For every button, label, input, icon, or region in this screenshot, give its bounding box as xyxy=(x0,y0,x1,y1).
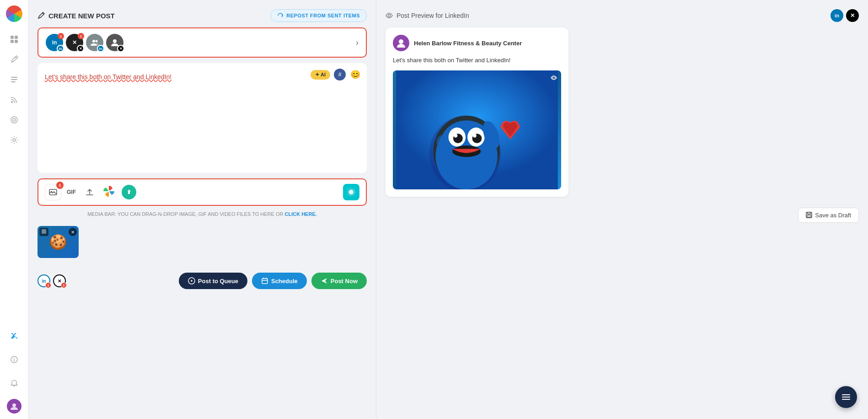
svg-rect-4 xyxy=(11,77,17,78)
upload-button[interactable] xyxy=(81,184,98,200)
svg-rect-6 xyxy=(11,81,16,82)
sidebar-item-dashboard[interactable] xyxy=(6,31,22,48)
pinwheel-button[interactable] xyxy=(102,185,117,199)
preview-card-header: Helen Barlow Fitness & Beauty Center xyxy=(393,35,561,51)
media-bar-left: 1 GIF xyxy=(45,184,136,200)
svg-point-18 xyxy=(108,190,110,192)
svg-rect-46 xyxy=(807,215,811,217)
preview-title: Post Preview for LinkedIn xyxy=(386,12,469,19)
svg-rect-3 xyxy=(15,40,18,43)
svg-point-44 xyxy=(553,76,555,79)
svg-rect-5 xyxy=(11,79,17,80)
media-thumbnail-1: 🍪 ✕ xyxy=(38,226,79,258)
gif-button[interactable]: GIF xyxy=(66,187,77,197)
account-selector[interactable]: in 1 in ✕ 1 ✕ xyxy=(38,27,367,58)
svg-rect-2 xyxy=(11,40,14,43)
preview-panel: Post Preview for LinkedIn in ✕ Helen Bar… xyxy=(376,0,868,419)
account-group[interactable]: ✕ xyxy=(106,34,123,51)
media-preview-area: 🍪 ✕ xyxy=(38,222,367,262)
svg-rect-1 xyxy=(15,36,18,39)
account-twitter-1[interactable]: ✕ 1 ✕ xyxy=(66,34,83,51)
svg-point-24 xyxy=(388,15,391,17)
media-thumb-badge xyxy=(39,228,48,236)
media-hint: MEDIA BAR: YOU CAN DRAG-N-DROP IMAGE, GI… xyxy=(38,211,367,217)
create-post-panel: CREATE NEW POST REPOST FROM SENT ITEMS i… xyxy=(28,0,376,419)
sidebar-item-notifications[interactable] xyxy=(6,375,22,392)
svg-point-12 xyxy=(12,403,16,407)
repost-button[interactable]: REPOST FROM SENT ITEMS xyxy=(270,9,367,22)
svg-rect-21 xyxy=(42,229,46,234)
svg-rect-0 xyxy=(11,36,14,39)
sidebar xyxy=(0,0,28,419)
preview-header: Post Preview for LinkedIn in ✕ xyxy=(386,9,859,22)
accounts-expand-icon[interactable]: › xyxy=(356,38,359,48)
ai-button[interactable]: ✦ AI xyxy=(311,70,330,80)
preview-account-name: Helen Barlow Fitness & Beauty Center xyxy=(414,40,522,47)
svg-point-10 xyxy=(13,139,16,141)
preview-twitter-badge[interactable]: ✕ xyxy=(846,9,859,22)
preview-card: Helen Barlow Fitness & Beauty Center Let… xyxy=(386,27,568,197)
panel-header: CREATE NEW POST REPOST FROM SENT ITEMS xyxy=(38,9,367,22)
bottom-linkedin-chip[interactable]: in 1 xyxy=(38,274,50,287)
app-logo[interactable] xyxy=(6,5,22,22)
save-draft-label: Save as Draft xyxy=(815,212,851,219)
hashtag-button[interactable]: # xyxy=(334,69,346,81)
svg-point-8 xyxy=(11,117,17,123)
account-avatars-list: in 1 in ✕ 1 ✕ xyxy=(46,34,123,51)
svg-point-15 xyxy=(113,39,117,43)
post-to-queue-button[interactable]: Post to Queue xyxy=(179,273,247,289)
svg-point-25 xyxy=(399,39,403,44)
svg-point-41 xyxy=(473,134,477,137)
click-here-link[interactable]: CLICK HERE. xyxy=(285,211,317,217)
account-linkedin-1[interactable]: in 1 in xyxy=(46,34,63,51)
svg-point-20 xyxy=(349,190,354,194)
canva-button[interactable] xyxy=(343,184,359,200)
editor-toolbar: ✦ AI # 😊 xyxy=(311,69,361,81)
emoji-button[interactable]: 😊 xyxy=(349,69,361,81)
sidebar-item-twitter[interactable] xyxy=(6,328,22,344)
remove-media-button[interactable]: ✕ xyxy=(69,228,77,236)
account-linkedin-2[interactable]: in xyxy=(86,34,103,51)
sidebar-item-analytics[interactable] xyxy=(6,112,22,128)
bottom-twitter-chip[interactable]: ✕ 1 xyxy=(53,274,66,287)
sidebar-item-content[interactable] xyxy=(6,71,22,88)
fab-button[interactable] xyxy=(835,386,857,408)
action-buttons: Post to Queue Schedule Post Now xyxy=(179,273,367,289)
preview-image-eye-icon xyxy=(550,74,557,83)
text-editor[interactable]: ✦ AI # 😊 Let's share this both on Twitte… xyxy=(38,63,367,173)
image-upload-button[interactable]: 1 xyxy=(45,184,61,200)
sidebar-item-info[interactable] xyxy=(6,351,22,368)
boost-button[interactable] xyxy=(122,185,136,199)
svg-rect-23 xyxy=(262,279,268,284)
panel-title: CREATE NEW POST xyxy=(38,12,115,20)
user-avatar[interactable] xyxy=(7,399,21,414)
sidebar-item-settings[interactable] xyxy=(6,132,22,148)
main-content: CREATE NEW POST REPOST FROM SENT ITEMS i… xyxy=(28,0,868,419)
media-bar: 1 GIF xyxy=(38,178,367,206)
preview-account-avatar xyxy=(393,35,409,51)
preview-post-image xyxy=(393,70,561,189)
svg-point-9 xyxy=(13,118,16,121)
bottom-accounts: in 1 ✕ 1 xyxy=(38,274,66,287)
sidebar-item-feed[interactable] xyxy=(6,91,22,108)
preview-platform-badges: in ✕ xyxy=(830,9,859,22)
schedule-button[interactable]: Schedule xyxy=(252,273,307,289)
svg-point-14 xyxy=(96,40,98,43)
svg-point-7 xyxy=(11,101,13,103)
svg-point-13 xyxy=(92,40,95,43)
post-now-button[interactable]: Post Now xyxy=(311,273,367,289)
svg-point-40 xyxy=(454,134,457,137)
page-title: CREATE NEW POST xyxy=(48,12,115,20)
preview-linkedin-badge[interactable]: in xyxy=(830,9,843,22)
sidebar-item-compose[interactable] xyxy=(6,51,22,68)
save-draft-button[interactable]: Save as Draft xyxy=(798,208,859,223)
bottom-bar: in 1 ✕ 1 Post to Queue xyxy=(38,267,367,295)
preview-post-text: Let's share this both on Twitter and Lin… xyxy=(393,56,561,65)
